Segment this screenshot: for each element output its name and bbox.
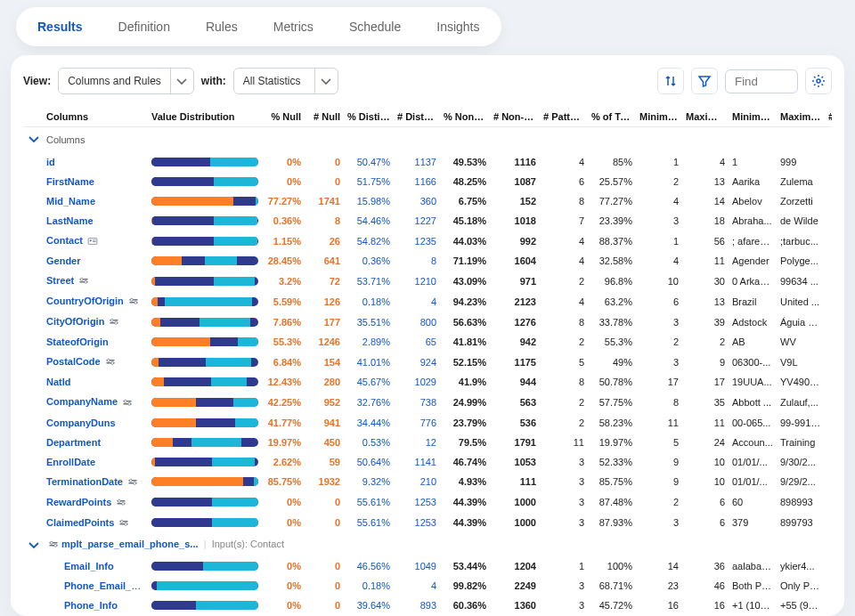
num-distinct[interactable]: 4 (394, 291, 440, 312)
pct-distinct[interactable]: 32.76% (344, 392, 394, 412)
pct-distinct[interactable]: 53.71% (344, 271, 394, 291)
pct-distinct[interactable]: 54.82% (344, 231, 394, 251)
num-distinct[interactable]: 738 (394, 392, 440, 412)
tab-insights[interactable]: Insights (419, 11, 497, 43)
ruleset-name[interactable]: mplt_parse_email_phone_s... (61, 539, 198, 549)
pct-distinct[interactable]: 34.44% (344, 413, 394, 433)
pct-distinct[interactable]: 50.64% (344, 452, 394, 472)
column-name[interactable]: Department (46, 437, 101, 448)
filter-button[interactable] (691, 68, 718, 94)
num-distinct[interactable]: 893 (394, 596, 440, 615)
num-distinct[interactable]: 1029 (394, 372, 440, 392)
pct-null: 0% (264, 556, 305, 576)
col-nnond[interactable]: # Non-dis... (490, 107, 540, 127)
tab-definition[interactable]: Definition (101, 11, 188, 43)
column-name[interactable]: CityOfOrigin (46, 316, 104, 327)
column-name[interactable]: TerminationDate (46, 476, 123, 487)
num-distinct[interactable]: 1049 (394, 556, 440, 576)
col-ptop[interactable]: % of Top ... (588, 107, 636, 127)
column-name[interactable]: EnrollDate (46, 457, 95, 467)
pct-distinct[interactable]: 39.64% (344, 596, 394, 615)
num-distinct[interactable]: 776 (394, 413, 440, 433)
num-distinct[interactable]: 360 (394, 191, 440, 211)
pct-distinct[interactable]: 55.61% (344, 492, 394, 513)
column-name[interactable]: Contact (46, 235, 83, 246)
find-input[interactable] (725, 69, 798, 93)
column-name[interactable]: Gender (46, 255, 81, 266)
pct-distinct[interactable]: 51.75% (344, 172, 394, 191)
column-name[interactable]: CompanyDuns (46, 417, 116, 428)
column-name[interactable]: LastName (46, 215, 94, 226)
tab-rules[interactable]: Rules (188, 11, 256, 43)
pct-distinct[interactable]: 9.32% (344, 472, 394, 492)
pct-distinct[interactable]: 2.89% (344, 332, 394, 352)
col-ndist[interactable]: # Distinct (394, 107, 440, 127)
col-minlen[interactable]: Minimum... (636, 107, 682, 127)
pct-distinct[interactable]: 50.47% (344, 152, 394, 172)
column-name[interactable]: RewardPoints (46, 497, 111, 507)
column-name[interactable]: Phone_Info (64, 600, 118, 611)
view-select[interactable]: Columns and Rules (58, 68, 194, 94)
col-nblank[interactable]: # Blank (825, 107, 832, 127)
num-distinct[interactable]: 1235 (394, 231, 440, 251)
num-distinct[interactable]: 1141 (394, 452, 440, 472)
pct-distinct[interactable]: 46.56% (344, 556, 394, 576)
column-name[interactable]: PostalCode (46, 356, 101, 367)
col-maxlen[interactable]: Maximu... (682, 107, 729, 127)
col-minval[interactable]: Minimum... (729, 107, 777, 127)
pct-distinct[interactable]: 35.51% (344, 312, 394, 332)
column-name[interactable]: ClaimedPoints (46, 517, 114, 528)
column-name[interactable]: FirstName (46, 176, 94, 187)
tab-metrics[interactable]: Metrics (256, 11, 331, 43)
data-grid[interactable]: Columns Value Distribution % Null # Null… (23, 107, 832, 616)
collapse-icon[interactable] (27, 132, 39, 146)
num-distinct[interactable]: 1227 (394, 211, 440, 231)
num-distinct[interactable]: 210 (394, 472, 440, 492)
tab-results[interactable]: Results (20, 11, 101, 43)
num-distinct[interactable]: 1166 (394, 172, 440, 191)
with-select[interactable]: All Statistics (233, 68, 338, 94)
column-name[interactable]: NatId (46, 377, 71, 387)
pct-distinct[interactable]: 0.53% (344, 433, 394, 452)
col-pnull[interactable]: % Null (264, 107, 305, 127)
pct-distinct[interactable]: 15.98% (344, 191, 394, 211)
column-name[interactable]: Mid_Name (46, 196, 95, 207)
num-distinct[interactable]: 12 (394, 433, 440, 452)
column-name[interactable]: CompanyName (46, 396, 118, 407)
column-name[interactable]: Email_Info (64, 561, 114, 571)
col-columns[interactable]: Columns (43, 107, 148, 127)
column-name[interactable]: CountryOfOrigin (46, 296, 124, 306)
col-nnull[interactable]: # Null (305, 107, 344, 127)
col-pdist[interactable]: % Distinct (344, 107, 394, 127)
column-name[interactable]: StateofOrigin (46, 336, 109, 347)
col-pnond[interactable]: % Non-di... (440, 107, 490, 127)
col-npat[interactable]: # Patterns (540, 107, 588, 127)
pct-distinct[interactable]: 41.01% (344, 352, 394, 372)
col-dist[interactable]: Value Distribution (148, 107, 264, 127)
num-distinct[interactable]: 4 (394, 576, 440, 596)
settings-button[interactable] (805, 68, 832, 94)
num-distinct[interactable]: 924 (394, 352, 440, 372)
column-name[interactable]: id (46, 157, 55, 167)
col-maxval[interactable]: Maximu... (777, 107, 825, 127)
data-row: EnrollDate2.62%5950.64%114146.74%1053352… (23, 452, 832, 472)
num-distinct[interactable]: 1210 (394, 271, 440, 291)
num-null: 0 (305, 172, 344, 191)
collapse-icon[interactable] (27, 538, 39, 552)
pct-distinct[interactable]: 0.36% (344, 251, 394, 271)
pct-distinct[interactable]: 0.18% (344, 291, 394, 312)
num-distinct[interactable]: 1253 (394, 513, 440, 533)
tab-schedule[interactable]: Schedule (331, 11, 419, 43)
pct-distinct[interactable]: 54.46% (344, 211, 394, 231)
pct-distinct[interactable]: 0.18% (344, 576, 394, 596)
column-name[interactable]: Phone_Email_Status (64, 580, 148, 591)
pct-distinct[interactable]: 55.61% (344, 513, 394, 533)
num-distinct[interactable]: 1253 (394, 492, 440, 513)
num-distinct[interactable]: 1137 (394, 152, 440, 172)
num-distinct[interactable]: 8 (394, 251, 440, 271)
num-distinct[interactable]: 65 (394, 332, 440, 352)
sort-button[interactable] (657, 68, 684, 94)
pct-distinct[interactable]: 45.67% (344, 372, 394, 392)
num-distinct[interactable]: 800 (394, 312, 440, 332)
column-name[interactable]: Street (46, 275, 74, 286)
